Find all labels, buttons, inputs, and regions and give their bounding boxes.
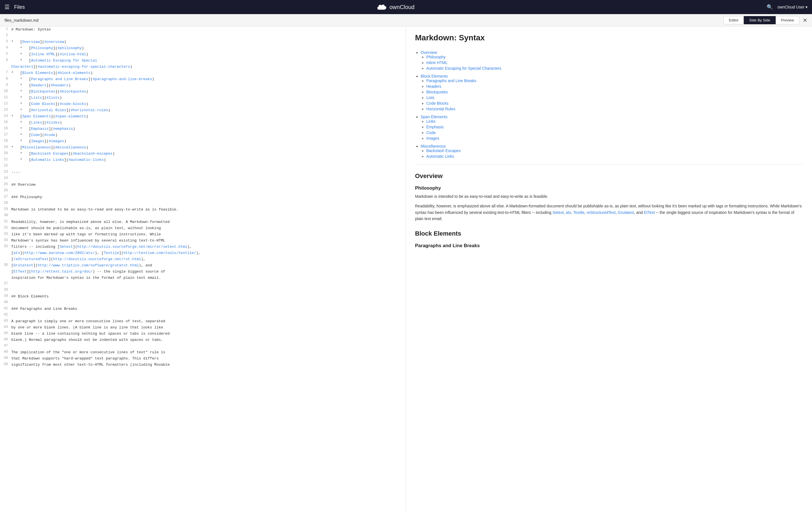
line-content[interactable]: [Grutatext](http://www.triptico.com/soft… [11,263,406,268]
restructuredtext-link[interactable]: reStructuredText [587,210,616,215]
line-number: 47 [0,343,11,348]
line-content[interactable]: * [Backslash Escapes](#backslash-escapes… [11,151,406,157]
textile-link[interactable]: Textile [573,210,584,215]
search-icon[interactable]: 🔍 [766,4,773,10]
toc-link[interactable]: Philosophy [426,55,446,59]
line-content[interactable]: * [Lists](#lists) [11,95,406,101]
line-content[interactable]: [EtText](http://ettext.taint.org/doc/) -… [11,269,406,274]
toc-link[interactable]: Automatic Escaping for Special Character… [426,66,501,71]
user-menu[interactable]: ownCloud User ▾ [777,5,808,9]
line-content[interactable]: ---- [11,169,406,175]
line-content[interactable]: # Markdown: Syntax [11,27,406,32]
toc-link[interactable]: Lists [426,96,434,100]
setext-link[interactable]: Setext [552,210,563,215]
line-content[interactable]: The implication of the "one or more cons… [11,350,406,355]
line-number: 17 [0,132,11,137]
line-number: 35 [0,244,11,248]
side-by-side-button[interactable]: Side By Side [744,16,775,24]
toc-link-block[interactable]: Block Elements [420,74,448,78]
line-content[interactable]: ## Overview [11,182,406,188]
line-content[interactable]: significantly from most other text-to-HT… [11,362,406,368]
line-number: 4 [0,46,11,50]
line-content[interactable]: ### Paragraphs and Line Breaks [11,306,406,312]
toc-sublist-span: Links Emphasis Code Images [426,119,803,140]
toc-link[interactable]: Inline HTML [426,60,447,65]
line-content[interactable]: Readability, however, is emphasized abov… [11,219,406,225]
editor-button[interactable]: Editor [723,16,744,24]
line-content[interactable]: blank line -- a line containing nothing … [11,331,406,337]
line-content[interactable]: * [Automatic Links](#automatic-links) [11,157,406,163]
line-content[interactable]: Markdown is intended to be as easy-to-re… [11,207,406,213]
line-content[interactable]: * [Emphasis](#emphasis) [11,126,406,132]
editor-line: 35 filters -- including [Setext](http://… [0,244,406,250]
line-content[interactable]: * [Automatic Escaping for Special [11,58,406,63]
line-content [11,163,406,169]
line-number: 11 [0,95,11,99]
line-content[interactable]: [atx](http://www.aaronsw.com/2002/atx/),… [11,250,406,256]
line-content[interactable]: * [Philosophy](#philosophy) [11,46,406,51]
line-content[interactable]: A paragraph is simply one or more consec… [11,319,406,324]
toc-link[interactable]: Automatic Links [426,154,454,159]
toc-link-overview[interactable]: Overview [420,50,437,55]
line-content[interactable]: that Markdown supports "hard-wrapped" te… [11,356,406,361]
line-content[interactable]: [reStructuredText](http://docutils.sourc… [11,257,406,262]
toc-link[interactable]: Blockquotes [426,90,448,94]
line-content[interactable]: * [Links](#links) [11,120,406,126]
line-content[interactable]: * [Block Elements](#block-elements) [11,70,406,76]
line-content[interactable]: document should be publishable as-is, as… [11,225,406,231]
line-content[interactable]: filters -- including [Setext](http://doc… [11,244,406,250]
line-content[interactable]: * [Horizontal Rules](#horizontal-rules) [11,108,406,113]
line-content[interactable]: * [Inline HTML](#inline-html) [11,52,406,57]
line-content[interactable]: Markdown's syntax has been influenced by… [11,238,406,243]
toc-item: Code [426,130,803,135]
line-content[interactable]: ### Philosophy [11,194,406,200]
line-content[interactable]: ## Block Elements [11,294,406,299]
toc-link[interactable]: Code Blocks [426,101,448,106]
toc-link[interactable]: Code [426,130,436,135]
toc-link[interactable]: Headers [426,84,441,89]
line-number: 21 [0,157,11,161]
toc-link-span[interactable]: Span Elements [420,114,447,119]
editor-pane[interactable]: 1 # Markdown: Syntax 2 3 * [Overview](#o… [0,27,406,511]
editor-line: Characters](#automatic-escaping-for-spec… [0,64,406,70]
line-content[interactable]: like it's been marked up with tags or fo… [11,232,406,237]
toc-link[interactable]: Emphasis [426,125,443,129]
editor-line: 37 [0,281,406,287]
line-number: 1 [0,27,11,31]
toc-link[interactable]: Paragraphs and Line Breaks [426,78,476,83]
toc-item: Horizontal Rules [426,107,803,111]
line-content[interactable]: blank.) Normal paragraphs should not be … [11,337,406,343]
editor-line: 18 * [Images](#images) [0,138,406,144]
preview-button[interactable]: Preview [776,16,799,24]
line-content[interactable]: * [Code](#code) [11,132,406,138]
editor-line: 31 Readability, however, is emphasized a… [0,219,406,225]
grutatext-link[interactable]: Grutatext [618,210,634,215]
line-content[interactable]: * [Headers](#headers) [11,83,406,88]
editor-line: 13 * [Horizontal Rules](#horizontal-rule… [0,107,406,113]
files-label: Files [14,4,25,10]
toc-sublist-misc: Backslash Escapes Automatic Links [426,149,803,159]
toc-sublist-overview: Philosophy Inline HTML Automatic Escapin… [426,55,803,71]
toc-link[interactable]: Backslash Escapes [426,149,460,153]
menu-icon[interactable]: ☰ [4,4,9,10]
toc-link[interactable]: Links [426,119,436,124]
line-content[interactable]: * [Blockquotes](#blockquotes) [11,89,406,95]
ettext-link[interactable]: EtText [644,210,655,215]
line-content[interactable]: Characters](#automatic-escaping-for-spec… [11,64,406,70]
line-content[interactable]: * [Miscellaneous](#miscellaneous) [11,145,406,151]
line-content[interactable]: inspiration for Markdown's syntax is the… [11,275,406,281]
toc-link[interactable]: Images [426,136,439,140]
toc-link[interactable]: Horizontal Rules [426,107,455,111]
line-content[interactable]: * [Paragraphs and Line Breaks](#paragrap… [11,77,406,82]
toc-item: Backslash Escapes [426,149,803,153]
line-content[interactable]: * [Code Blocks](#code-blocks) [11,101,406,107]
toc-link-misc[interactable]: Miscellaneous [420,144,446,149]
line-content[interactable]: * [Images](#images) [11,138,406,144]
editor-line: 19 * [Miscellaneous](#miscellaneous) [0,144,406,151]
close-button[interactable]: ✕ [803,17,808,24]
atx-link[interactable]: atx [566,210,571,215]
editor-line: 43 A paragraph is simply one or more con… [0,318,406,324]
line-content[interactable]: * [Span Elements](#span-elements) [11,114,406,119]
line-content[interactable]: by one or more blank lines. (A blank lin… [11,325,406,330]
line-content[interactable]: * [Overview](#overview) [11,39,406,45]
